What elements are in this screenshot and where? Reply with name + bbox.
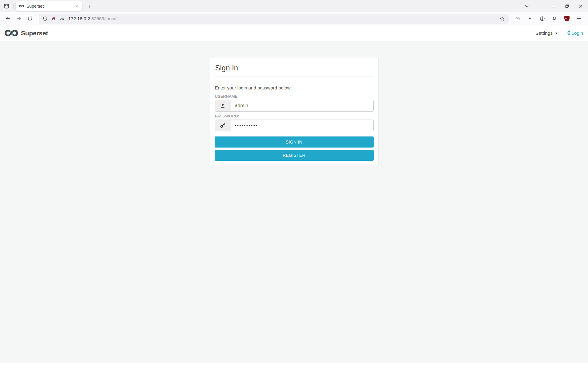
- pocket-icon: [515, 16, 520, 22]
- browser-tab-bar: Superset × +: [0, 0, 588, 12]
- navbar-right: Settings Login: [535, 30, 583, 36]
- username-input[interactable]: [231, 100, 373, 111]
- tabbar-separator: [13, 3, 14, 9]
- puzzle-icon: [552, 16, 557, 22]
- login-link[interactable]: Login: [566, 30, 583, 36]
- username-label: USERNAME:: [215, 94, 374, 99]
- reload-button[interactable]: [25, 14, 34, 23]
- login-label: Login: [571, 30, 583, 36]
- caret-down-icon: [555, 33, 558, 34]
- window-minimize-button[interactable]: [549, 2, 558, 10]
- user-icon: [220, 103, 226, 109]
- bookmark-star-icon[interactable]: [499, 16, 505, 22]
- downloads-button[interactable]: [525, 14, 534, 23]
- sign-in-button[interactable]: SIGN IN: [215, 136, 374, 148]
- reload-icon: [27, 16, 33, 22]
- forward-arrow-icon: [16, 16, 22, 22]
- password-addon: [215, 120, 231, 131]
- list-tabs-button[interactable]: [522, 2, 531, 11]
- account-button[interactable]: [538, 14, 547, 23]
- window-controls: [549, 2, 585, 10]
- download-icon: [527, 16, 533, 22]
- sign-in-card: Sign In Enter your login and password be…: [210, 58, 379, 165]
- password-label: PASSWORD:: [215, 114, 374, 118]
- tracking-shield-icon[interactable]: [42, 16, 48, 22]
- sign-in-arrow-icon: [566, 30, 571, 36]
- window-close-button[interactable]: [576, 2, 585, 10]
- superset-brand[interactable]: Superset: [4, 29, 48, 37]
- url-text: 172.18.0.2:32569/login/: [68, 16, 117, 21]
- sign-in-form: Enter your login and password below: USE…: [215, 77, 374, 161]
- superset-logo-icon: [4, 29, 18, 37]
- firefox-view-icon: [3, 3, 10, 9]
- footer-strip: [0, 363, 588, 367]
- ublock-button[interactable]: uO: [562, 14, 571, 23]
- ublock-origin-icon: uO: [564, 16, 570, 21]
- password-input-group: [215, 120, 374, 131]
- nav-buttons: [3, 14, 34, 23]
- chevron-down-icon: [524, 4, 529, 9]
- app-menu-button[interactable]: ☰: [574, 14, 584, 23]
- insecure-lock-icon[interactable]: [51, 16, 56, 22]
- tab-close-button[interactable]: ×: [74, 3, 80, 10]
- password-input[interactable]: [231, 120, 373, 131]
- login-page: Sign In Enter your login and password be…: [0, 41, 588, 363]
- username-addon: [215, 100, 231, 111]
- window-restore-button[interactable]: [563, 2, 571, 10]
- forward-button[interactable]: [14, 14, 23, 23]
- username-input-group: [215, 100, 374, 112]
- toolbar-extension-icons: uO ☰: [513, 14, 584, 23]
- account-icon: [539, 16, 545, 22]
- superset-navbar: Superset Settings Login: [0, 25, 588, 41]
- browser-toolbar: 172.18.0.2:32569/login/: [0, 12, 588, 25]
- tab-title: Superset: [26, 4, 71, 9]
- saved-login-key-icon[interactable]: [59, 16, 65, 22]
- settings-label: Settings: [535, 30, 553, 36]
- browser-tab-superset[interactable]: Superset ×: [16, 1, 82, 11]
- form-instruction: Enter your login and password below:: [215, 85, 374, 90]
- url-host: 172.18.0.2: [68, 16, 90, 21]
- card-title: Sign In: [215, 64, 374, 72]
- settings-menu[interactable]: Settings: [535, 30, 558, 36]
- back-button[interactable]: [3, 14, 12, 23]
- new-tab-button[interactable]: +: [85, 2, 94, 11]
- brand-name: Superset: [21, 30, 48, 37]
- url-bar[interactable]: 172.18.0.2:32569/login/: [39, 14, 509, 24]
- superset-favicon: [19, 5, 24, 8]
- pocket-button[interactable]: [513, 14, 522, 23]
- back-arrow-icon: [5, 16, 11, 22]
- firefox-view-button[interactable]: [2, 2, 11, 11]
- url-path: :32569/login/: [90, 16, 117, 21]
- key-icon: [220, 122, 226, 128]
- tabbar-right-controls: [522, 2, 585, 11]
- register-button[interactable]: REGISTER: [215, 150, 374, 161]
- extensions-button[interactable]: [550, 14, 559, 23]
